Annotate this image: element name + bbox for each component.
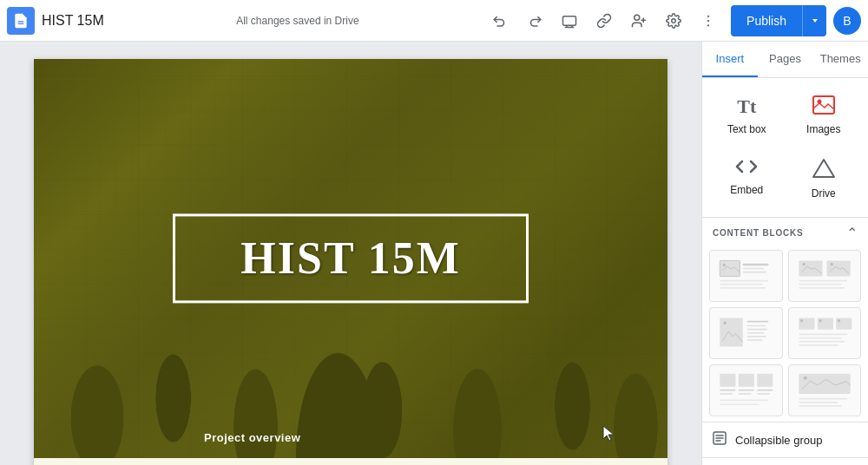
tab-themes[interactable]: Themes [812, 42, 868, 77]
svg-rect-20 [743, 268, 765, 270]
content-blocks-header: CONTENT BLOCKS ⌃ [702, 217, 868, 245]
preview-button[interactable] [554, 5, 585, 36]
svg-rect-52 [739, 374, 754, 387]
insert-embed[interactable]: Embed [709, 147, 785, 210]
svg-point-28 [802, 263, 805, 265]
drive-icon [812, 158, 836, 182]
svg-rect-48 [799, 337, 842, 339]
insert-images[interactable]: Images [786, 85, 862, 146]
svg-point-29 [830, 263, 832, 265]
more-button[interactable] [693, 5, 724, 36]
embed-icon [734, 158, 759, 179]
insert-text-box[interactable]: Tt Text box [709, 85, 785, 146]
main-area: HIST 15M Project overview Insert Pages T… [0, 42, 868, 465]
content-block-2[interactable] [788, 250, 862, 302]
svg-rect-32 [799, 287, 845, 289]
insert-images-label: Images [806, 123, 840, 135]
header: HIST 15M All changes saved in Drive [0, 0, 868, 42]
svg-rect-38 [747, 332, 765, 334]
svg-point-10 [707, 15, 709, 16]
publish-button[interactable]: Publish [731, 5, 802, 36]
svg-rect-35 [747, 321, 769, 323]
publish-group: Publish [731, 5, 826, 36]
svg-rect-22 [720, 280, 769, 282]
content-block-6[interactable] [788, 364, 862, 416]
header-actions: Publish B [484, 5, 861, 36]
svg-rect-49 [799, 341, 845, 343]
text-box-icon: Tt [737, 95, 756, 118]
redo-button[interactable] [519, 5, 550, 36]
document-title: HIST 15M [42, 13, 104, 29]
insert-embed-label: Embed [730, 184, 763, 196]
content-blocks-title: CONTENT BLOCKS [713, 228, 804, 238]
settings-button[interactable] [658, 5, 689, 36]
svg-rect-23 [720, 284, 764, 285]
right-panel: Insert Pages Themes Tt Text box Im [701, 42, 868, 465]
tab-pages[interactable]: Pages [758, 42, 813, 77]
svg-rect-64 [799, 398, 847, 400]
app-logo[interactable] [7, 7, 35, 35]
svg-point-46 [838, 319, 840, 322]
content-block-3[interactable] [709, 307, 783, 359]
svg-rect-39 [747, 336, 766, 337]
svg-rect-60 [720, 399, 769, 401]
svg-point-34 [724, 321, 727, 324]
content-block-5[interactable] [709, 364, 783, 416]
insert-drive[interactable]: Drive [786, 147, 862, 210]
svg-rect-65 [799, 402, 838, 403]
blocks-grid [702, 245, 868, 422]
svg-point-11 [707, 19, 709, 21]
svg-point-9 [672, 18, 676, 23]
svg-rect-61 [720, 403, 760, 405]
svg-point-12 [707, 24, 709, 26]
avatar[interactable]: B [833, 7, 861, 35]
hero-section: HIST 15M Project overview [34, 59, 667, 458]
title-box[interactable]: HIST 15M [173, 213, 529, 303]
insert-drive-label: Drive [812, 187, 836, 200]
svg-rect-30 [799, 280, 847, 282]
svg-rect-40 [747, 339, 763, 341]
svg-rect-19 [743, 264, 769, 265]
hero-title: HIST 15M [240, 233, 460, 283]
svg-rect-59 [757, 393, 770, 395]
content-block-4[interactable] [788, 307, 862, 359]
table-of-contents-row[interactable]: Table of contents [702, 457, 868, 465]
svg-rect-36 [747, 325, 766, 327]
svg-rect-24 [720, 287, 766, 289]
content-block-1[interactable] [709, 250, 783, 302]
svg-point-63 [803, 376, 806, 379]
publish-dropdown-button[interactable] [802, 5, 826, 36]
insert-text-box-label: Text box [727, 123, 766, 135]
undo-button[interactable] [484, 5, 516, 36]
svg-rect-37 [747, 329, 767, 331]
images-icon [812, 95, 835, 118]
content-blocks-toggle[interactable]: ⌃ [846, 225, 858, 241]
svg-rect-50 [799, 344, 838, 346]
collapsible-group-row[interactable]: Collapsible group [702, 422, 868, 457]
canvas-area[interactable]: HIST 15M Project overview [0, 42, 701, 465]
svg-point-25 [723, 264, 726, 266]
svg-rect-54 [720, 390, 736, 391]
svg-rect-56 [739, 390, 754, 391]
link-button[interactable] [589, 5, 620, 36]
svg-rect-58 [757, 390, 773, 391]
add-person-button[interactable] [623, 5, 654, 36]
svg-rect-66 [799, 405, 842, 407]
svg-point-45 [819, 319, 821, 322]
svg-rect-31 [799, 284, 842, 285]
collapsible-group-label: Collapsible group [735, 434, 822, 447]
svg-rect-2 [563, 16, 576, 25]
svg-rect-62 [799, 374, 850, 394]
svg-rect-51 [720, 374, 736, 387]
insert-grid: Tt Text box Images [702, 78, 868, 217]
panel-tabs: Insert Pages Themes [702, 42, 868, 78]
svg-rect-53 [757, 374, 773, 387]
collapsible-icon [713, 431, 727, 449]
svg-rect-55 [720, 393, 733, 395]
page-canvas: HIST 15M Project overview [34, 59, 667, 465]
svg-marker-15 [813, 160, 834, 177]
svg-rect-33 [720, 318, 743, 346]
project-overview-label: Project overview [204, 431, 300, 444]
tab-insert[interactable]: Insert [702, 42, 758, 77]
svg-rect-57 [739, 393, 752, 395]
